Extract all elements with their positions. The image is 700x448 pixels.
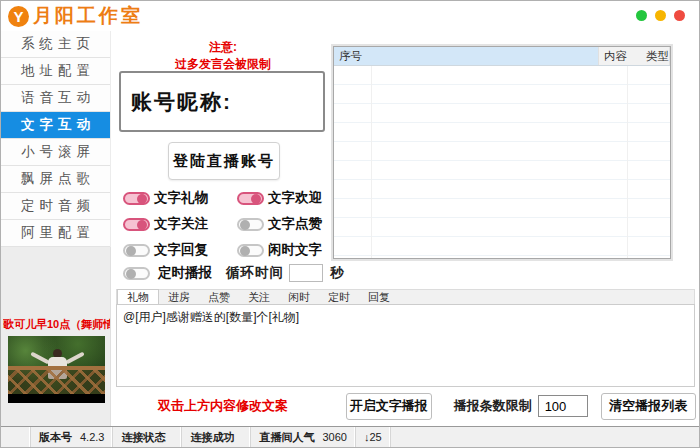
column-divider	[371, 66, 372, 258]
sidebar-item[interactable]: 阿里配置	[1, 220, 110, 247]
toggle-label: 闲时文字	[268, 241, 322, 259]
toggle-switch-row[interactable]: 文字回复	[123, 242, 237, 258]
toggle-switch-row[interactable]: 闲时文字	[237, 242, 337, 258]
sidebar-item-label: 系统主页	[21, 36, 95, 51]
toggle-switch-icon[interactable]	[237, 218, 264, 231]
title-bar: Y 月阳工作室	[1, 1, 699, 31]
template-tab-label: 点赞	[208, 291, 230, 303]
popularity-label: 直播间人气	[259, 430, 314, 445]
window-controls	[636, 10, 685, 21]
person-arm	[30, 352, 50, 365]
sidebar-item[interactable]: 文字互动	[1, 112, 110, 139]
sidebar-item-label: 阿里配置	[21, 225, 95, 240]
version-value: 4.2.3	[80, 431, 104, 443]
sidebar-item-label: 语音互动	[21, 90, 95, 105]
app-logo-icon: Y	[8, 6, 29, 27]
toggle-switch-row[interactable]: 文字欢迎	[237, 190, 337, 206]
version-label: 版本号	[39, 430, 72, 445]
start-broadcast-button[interactable]: 开启文字播报	[346, 393, 432, 420]
action-bar: 双击上方内容修改文案 开启文字播报 播报条数限制 清空播报列表	[116, 391, 696, 421]
clear-broadcast-list-button[interactable]: 清空播报列表	[601, 393, 696, 420]
toggle-label: 文字回复	[154, 241, 208, 259]
sidebar-item[interactable]: 系统主页	[1, 31, 110, 58]
sidebar-item[interactable]: 语音互动	[1, 85, 110, 112]
status-bar: 版本号 4.2.3 连接状态 连接成功 直播间人气 3060 ↓25	[1, 426, 699, 447]
toggle-switch-icon[interactable]	[237, 192, 264, 205]
account-nickname-box: 账号昵称:	[119, 71, 325, 132]
template-tab-label: 关注	[248, 291, 270, 303]
sidebar-item-label: 文字互动	[21, 117, 95, 132]
viewer-trend-value: ↓25	[364, 431, 382, 443]
status-spacer	[1, 427, 31, 447]
toggle-switch-row[interactable]: 文字点赞	[237, 216, 337, 232]
column-divider	[627, 66, 628, 258]
loop-time-label: 循环时间	[226, 264, 284, 282]
sidebar-item-label: 小号滚屏	[21, 144, 95, 159]
template-tab-label: 礼物	[127, 291, 149, 303]
table-column-header: 序号	[334, 47, 599, 65]
template-tab[interactable]: 回复	[359, 290, 399, 304]
sidebar-item-label: 飘屏点歌	[21, 171, 95, 186]
sidebar-item[interactable]: 定时音频	[1, 193, 110, 220]
window-button-yellow[interactable]	[655, 10, 666, 21]
status-viewer-trend: ↓25	[356, 427, 391, 447]
person-arm	[65, 352, 85, 365]
template-tab[interactable]: 定时	[319, 290, 359, 304]
marquee-text: 歌可儿早10点（舞师情感小	[3, 317, 110, 332]
template-tab-label: 回复	[368, 291, 390, 303]
template-tab[interactable]: 点赞	[199, 290, 239, 304]
app-title: 月阳工作室	[33, 3, 143, 29]
connection-label: 连接状态	[121, 430, 165, 445]
sidebar-item-label: 定时音频	[21, 198, 95, 213]
status-connection-label: 连接状态	[113, 427, 182, 447]
template-tab[interactable]: 闲时	[279, 290, 319, 304]
template-tab[interactable]: 礼物	[117, 289, 159, 304]
status-version: 版本号 4.2.3	[31, 427, 113, 447]
timed-broadcast-row: 定时播报 循环时间 秒	[123, 264, 344, 282]
window-button-green[interactable]	[636, 10, 647, 21]
toggle-switch-row[interactable]: 文字礼物	[123, 190, 237, 206]
loop-time-unit: 秒	[330, 264, 344, 282]
broadcast-limit-label: 播报条数限制	[454, 397, 532, 415]
status-connection-value: 连接成功	[182, 427, 251, 447]
broadcast-table-header: 序号 内容 类型	[334, 47, 670, 66]
template-tab-label: 闲时	[288, 291, 310, 303]
table-column-header: 内容	[599, 47, 641, 65]
timed-broadcast-toggle-icon[interactable]	[123, 267, 150, 280]
video-thumbnail	[8, 336, 105, 403]
loop-time-input[interactable]	[289, 264, 323, 282]
thumbnail-letterbox	[8, 394, 105, 403]
broadcast-table: 序号 内容 类型	[333, 46, 671, 259]
window-button-red[interactable]	[674, 10, 685, 21]
toggle-switch-icon[interactable]	[123, 192, 150, 205]
sidebar-item[interactable]: 地址配置	[1, 58, 110, 85]
template-tab-label: 定时	[328, 291, 350, 303]
toggle-switch-row[interactable]: 文字关注	[123, 216, 237, 232]
sidebar-item-label: 地址配置	[21, 63, 95, 78]
timed-broadcast-label: 定时播报	[158, 264, 212, 282]
toggle-label: 文字礼物	[154, 189, 208, 207]
account-nickname-label: 账号昵称:	[131, 88, 232, 116]
table-column-header: 类型	[641, 47, 670, 65]
toggle-switch-icon[interactable]	[237, 244, 264, 257]
template-tab[interactable]: 关注	[239, 290, 279, 304]
broadcast-table-body[interactable]	[334, 66, 670, 258]
toggle-label: 文字点赞	[268, 215, 322, 233]
template-tab[interactable]: 进房	[159, 290, 199, 304]
sidebar-item[interactable]: 飘屏点歌	[1, 166, 110, 193]
toggle-grid: 文字礼物 文字欢迎 文字关注 文字点赞 文字回复 闲时文字	[123, 190, 337, 258]
template-tab-label: 进房	[168, 291, 190, 303]
toggle-switch-icon[interactable]	[123, 244, 150, 257]
popularity-value: 3060	[322, 431, 346, 443]
template-tab-strip: 礼物 进房 点赞 关注 闲时 定时 回复	[116, 289, 695, 304]
toggle-switch-icon[interactable]	[123, 218, 150, 231]
template-editor[interactable]: @[用户]感谢赠送的[数量]个[礼物]	[116, 304, 695, 387]
login-live-account-button[interactable]: 登陆直播账号	[168, 142, 280, 180]
left-panel: 歌可儿早10点（舞师情感小	[1, 247, 111, 428]
notice-title: 注意:	[119, 39, 327, 56]
broadcast-limit-input[interactable]	[538, 395, 588, 417]
sidebar-item[interactable]: 小号滚屏	[1, 139, 110, 166]
status-popularity: 直播间人气 3060	[251, 427, 355, 447]
connection-value: 连接成功	[190, 430, 234, 445]
fence-graphic	[8, 366, 105, 394]
